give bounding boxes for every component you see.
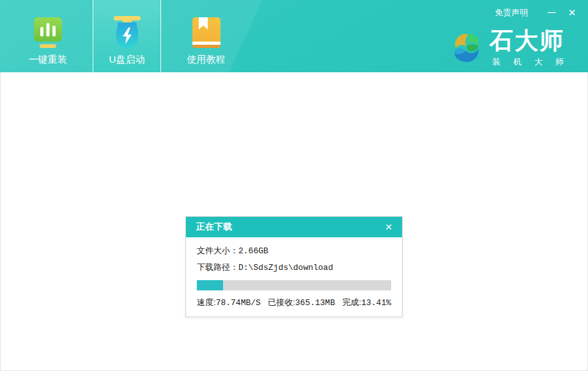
download-path-row: 下载路径： D:\SdsZjds\download [197,262,391,273]
minimize-button[interactable]: ─ [545,6,559,19]
file-size-row: 文件大小： 2.66GB [197,245,391,257]
file-size-label: 文件大小： [197,245,238,257]
progress-bar [197,280,391,290]
download-path-label: 下载路径： [197,262,238,273]
tab-tutorial[interactable]: 使用教程 [172,0,240,72]
file-size-value: 2.66GB [238,246,268,256]
content-area: 正在下载 ✕ 文件大小： 2.66GB 下载路径： D:\SdsZjds\dow… [0,72,588,371]
completed-value: 13.41% [361,298,391,308]
download-stats: 速度: 78.74MB/S 已接收: 365.13MB 完成: 13.41% [197,297,391,308]
completed-label: 完成: [343,297,362,308]
usb-drive-icon [109,14,145,51]
dialog-close-icon[interactable]: ✕ [383,222,394,232]
speed-label: 速度: [197,297,216,308]
logo-subtitle: 装机大师 [490,56,576,68]
dialog-title: 正在下载 [196,221,232,233]
logo-swirl-icon [449,29,483,69]
tab-usb-boot[interactable]: U盘启动 [93,0,161,72]
app-header: 一键重装 U盘启动 [0,0,588,72]
progress-bar-fill [197,280,223,290]
chart-bars-icon [31,14,65,51]
speed-stat: 速度: 78.74MB/S [197,297,261,308]
logo-title: 石大师 [490,28,576,54]
tab-label: 一键重装 [29,54,67,66]
brand-logo: 石大师 装机大师 [449,28,576,69]
close-button[interactable]: ✕ [565,6,579,19]
tab-label: 使用教程 [187,54,226,66]
book-icon [189,14,224,51]
received-stat: 已接收: 365.13MB [268,297,335,308]
disclaimer-link[interactable]: 免责声明 [495,7,528,19]
tab-label: U盘启动 [109,54,145,66]
completed-stat: 完成: 13.41% [343,297,391,308]
download-path-value: D:\SdsZjds\download [238,263,333,272]
download-dialog: 正在下载 ✕ 文件大小： 2.66GB 下载路径： D:\SdsZjds\dow… [185,216,403,317]
dialog-titlebar: 正在下载 ✕ [186,217,402,237]
received-label: 已接收: [268,297,295,308]
dialog-body: 文件大小： 2.66GB 下载路径： D:\SdsZjds\download 速… [186,237,402,317]
window-controls: 免责声明 ─ ✕ [495,6,579,19]
speed-value: 78.74MB/S [216,298,261,308]
tab-one-key-reinstall[interactable]: 一键重装 [13,0,82,72]
received-value: 365.13MB [295,298,335,308]
